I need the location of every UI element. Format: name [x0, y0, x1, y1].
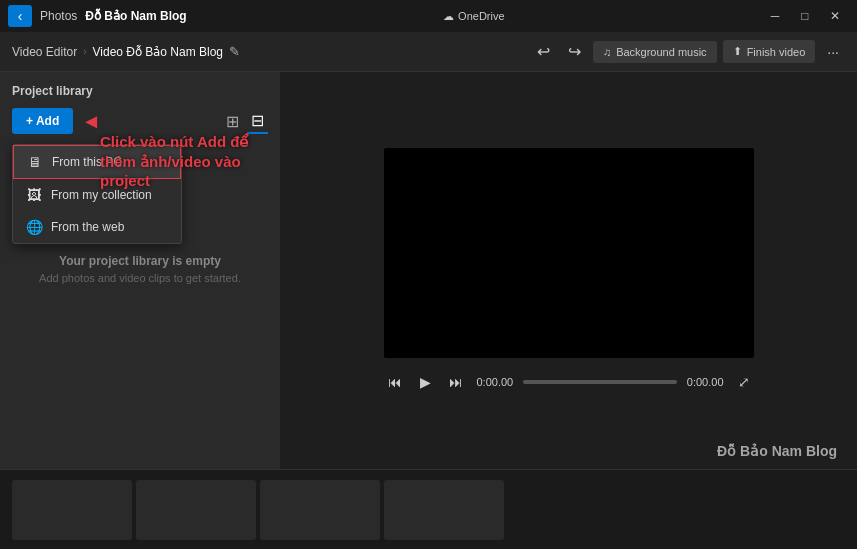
- right-panel: ⏮ ▶ ⏭ 0:00.00 0:00.00 ⤢: [280, 72, 857, 469]
- finish-video-button[interactable]: ⬆ Finish video: [723, 40, 816, 63]
- maximize-button[interactable]: □: [791, 5, 819, 27]
- finish-label: Finish video: [747, 46, 806, 58]
- time-current: 0:00.00: [477, 376, 514, 388]
- add-btn-row: + Add ◄ ⊞ ⊟: [12, 108, 268, 134]
- play-button[interactable]: ▶: [416, 370, 435, 394]
- grid-large-view-button[interactable]: ⊟: [247, 109, 268, 134]
- view-toggle: ⊞ ⊟: [222, 109, 268, 134]
- music-icon: ♫: [603, 46, 611, 58]
- web-icon: 🌐: [25, 219, 43, 235]
- skip-forward-button[interactable]: ⏭: [445, 370, 467, 394]
- empty-library-title: Your project library is empty: [32, 254, 248, 268]
- timeline-cell-1: [12, 480, 132, 540]
- app-title-label: Đỗ Bảo Nam Blog: [85, 9, 186, 23]
- from-web-item[interactable]: 🌐 From the web: [13, 211, 181, 243]
- breadcrumb-separator: ›: [83, 46, 86, 57]
- expand-button[interactable]: ⤢: [734, 370, 754, 394]
- from-pc-label: From this PC: [52, 155, 122, 169]
- empty-library: Your project library is empty Add photos…: [12, 254, 268, 284]
- timeline-cell-2: [136, 480, 256, 540]
- time-total: 0:00.00: [687, 376, 724, 388]
- skip-back-button[interactable]: ⏮: [384, 370, 406, 394]
- breadcrumb: Video Editor › Video Đỗ Bảo Nam Blog ✎: [12, 44, 240, 59]
- music-label: Background music: [616, 46, 707, 58]
- onedrive-button[interactable]: ☁ OneDrive: [443, 10, 504, 23]
- from-web-label: From the web: [51, 220, 124, 234]
- video-preview: [384, 148, 754, 358]
- app-name-label: Photos: [40, 9, 77, 23]
- dropdown-menu: 🖥 From this PC 🖼 From my collection 🌐 Fr…: [12, 144, 182, 244]
- from-collection-label: From my collection: [51, 188, 152, 202]
- empty-library-sub: Add photos and video clips to get starte…: [32, 272, 248, 284]
- title-bar-left: ‹ Photos Đỗ Bảo Nam Blog: [8, 5, 187, 27]
- timeline-cell-3: [260, 480, 380, 540]
- project-library-label: Project library: [12, 84, 268, 98]
- toolbar: Video Editor › Video Đỗ Bảo Nam Blog ✎ ↩…: [0, 32, 857, 72]
- onedrive-label: OneDrive: [458, 10, 504, 22]
- redo-button[interactable]: ↪: [562, 38, 587, 65]
- more-options-button[interactable]: ···: [821, 40, 845, 64]
- breadcrumb-root[interactable]: Video Editor: [12, 45, 77, 59]
- back-button[interactable]: ‹: [8, 5, 32, 27]
- breadcrumb-current: Video Đỗ Bảo Nam Blog: [93, 45, 224, 59]
- timeline-cell-4: [384, 480, 504, 540]
- from-this-pc-item[interactable]: 🖥 From this PC: [13, 145, 181, 179]
- edit-title-icon[interactable]: ✎: [229, 44, 240, 59]
- from-collection-item[interactable]: 🖼 From my collection: [13, 179, 181, 211]
- left-panel: Project library Click vào nút Add đểthêm…: [0, 72, 280, 469]
- collection-icon: 🖼: [25, 187, 43, 203]
- grid-small-view-button[interactable]: ⊞: [222, 109, 243, 134]
- minimize-button[interactable]: ─: [761, 5, 789, 27]
- close-button[interactable]: ✕: [821, 5, 849, 27]
- pc-icon: 🖥: [26, 154, 44, 170]
- cloud-icon: ☁: [443, 10, 454, 23]
- add-button[interactable]: + Add: [12, 108, 73, 134]
- background-music-button[interactable]: ♫ Background music: [593, 41, 717, 63]
- progress-bar[interactable]: [523, 380, 677, 384]
- title-bar: ‹ Photos Đỗ Bảo Nam Blog ☁ OneDrive ─ □ …: [0, 0, 857, 32]
- finish-icon: ⬆: [733, 45, 742, 58]
- title-bar-center: ☁ OneDrive: [443, 10, 504, 23]
- main-content: Project library Click vào nút Add đểthêm…: [0, 72, 857, 469]
- arrow-icon: ◄: [81, 110, 101, 133]
- timeline: [0, 469, 857, 549]
- media-controls: ⏮ ▶ ⏭ 0:00.00 0:00.00 ⤢: [384, 370, 754, 394]
- title-bar-controls: ─ □ ✕: [761, 5, 849, 27]
- undo-button[interactable]: ↩: [531, 38, 556, 65]
